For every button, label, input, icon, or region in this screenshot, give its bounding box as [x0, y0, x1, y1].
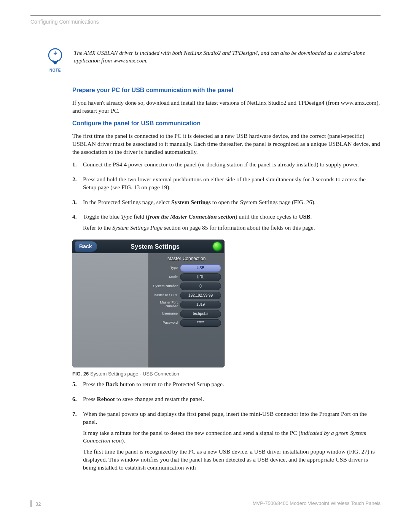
figure-caption: FIG. 26 System Settings page - USB Conne… [72, 371, 381, 377]
page: Configuring Communications NOTE The AMX … [0, 0, 411, 522]
step-6-text: Press Reboot to save changes and restart… [83, 395, 381, 403]
svg-rect-1 [53, 62, 57, 63]
step-3-text: In the Protected Settings page, select S… [83, 198, 381, 206]
step-7: 7. When the panel powers up and displays… [72, 410, 381, 475]
step-7-p2: It may take a minute for the panel to de… [83, 429, 381, 445]
setting-label: Type [152, 266, 178, 270]
master-connection-title: Master Connection [152, 256, 221, 262]
step-5: 5. Press the Back button to return to th… [72, 380, 381, 391]
setting-value-pill[interactable]: techpubs [180, 310, 221, 318]
ss-title: System Settings [97, 243, 213, 251]
master-connection-panel: Master Connection TypeUSBModeURLSystem N… [148, 253, 225, 367]
ss-body: Master Connection TypeUSBModeURLSystem N… [72, 253, 225, 367]
setting-label: Mode [152, 275, 178, 279]
step-4-text: Toggle the blue Type field (from the Mas… [83, 213, 381, 221]
step-5-text: Press the Back button to return to the P… [83, 380, 381, 388]
svg-point-0 [49, 49, 62, 62]
step-2-text: Press and hold the two lower external pu… [83, 176, 381, 192]
note-block: NOTE The AMX USBLAN driver is included w… [46, 48, 381, 72]
note-icon: NOTE [46, 48, 65, 72]
setting-value-pill[interactable]: 0 [180, 283, 221, 290]
ss-titlebar: Back System Settings [72, 240, 225, 253]
setting-row: Password***** [152, 319, 221, 327]
setting-label: Master IP / URL [152, 294, 178, 297]
connection-led-icon [213, 242, 221, 251]
figure-26: Back System Settings Master Connection T… [72, 240, 381, 377]
step-6: 6. Press Reboot to save changes and rest… [72, 395, 381, 406]
step-2: 2. Press and hold the two lower external… [72, 176, 381, 195]
heading-configure: Configure the panel for USB communicatio… [72, 119, 381, 128]
setting-value-pill[interactable]: URL [180, 273, 221, 281]
setting-label: System Number [152, 284, 178, 288]
setting-row: System Number0 [152, 283, 221, 290]
step-7-p3: The first time the panel is recognized b… [83, 448, 381, 472]
back-button[interactable]: Back [75, 241, 97, 252]
step-1-text: Connect the PS4.4 power connector to the… [83, 161, 381, 169]
setting-value-pill[interactable]: 1319 [180, 301, 221, 308]
setting-row: Usernametechpubs [152, 310, 221, 318]
steps-list-b: 5. Press the Back button to return to th… [72, 380, 381, 475]
setting-row: Master Port Number1319 [152, 301, 221, 308]
step-7-p1: When the panel powers up and displays th… [83, 410, 381, 426]
setting-label: Username [152, 312, 178, 315]
note-text: The AMX USBLAN driver is included with b… [74, 48, 381, 65]
running-header: Configuring Communications [30, 19, 381, 25]
step-4-para2: Refer to the System Settings Page sectio… [83, 224, 381, 232]
step-3: 3. In the Protected Settings page, selec… [72, 198, 381, 209]
setting-label: Password [152, 321, 178, 324]
footer: 32 MVP-7500/8400 Modero Viewpoint Wirele… [30, 498, 381, 507]
page-number: 32 [35, 501, 41, 507]
setting-value-pill[interactable]: 192.192.99.99 [180, 292, 221, 299]
setting-label: Master Port Number [152, 301, 178, 308]
step-1: 1. Connect the PS4.4 power connector to … [72, 161, 381, 172]
setting-value-pill[interactable]: USB [180, 264, 221, 272]
para-configure: The first time the panel is connected to… [72, 132, 381, 156]
top-rule [30, 15, 381, 16]
steps-list-a: 1. Connect the PS4.4 power connector to … [72, 161, 381, 235]
note-label: NOTE [46, 68, 65, 72]
setting-row: TypeUSB [152, 264, 221, 272]
system-settings-screenshot: Back System Settings Master Connection T… [72, 240, 225, 367]
svg-rect-2 [54, 63, 57, 64]
main-content: Prepare your PC for USB communication wi… [72, 86, 381, 475]
para-prepare: If you haven't already done so, download… [72, 99, 381, 115]
step-4: 4. Toggle the blue Type field (from the … [72, 213, 381, 235]
heading-prepare: Prepare your PC for USB communication wi… [72, 86, 381, 94]
footer-doc-title: MVP-7500/8400 Modero Viewpoint Wireless … [253, 500, 381, 507]
setting-value-pill[interactable]: ***** [180, 319, 221, 327]
setting-row: Master IP / URL192.192.99.99 [152, 292, 221, 299]
setting-row: ModeURL [152, 273, 221, 281]
